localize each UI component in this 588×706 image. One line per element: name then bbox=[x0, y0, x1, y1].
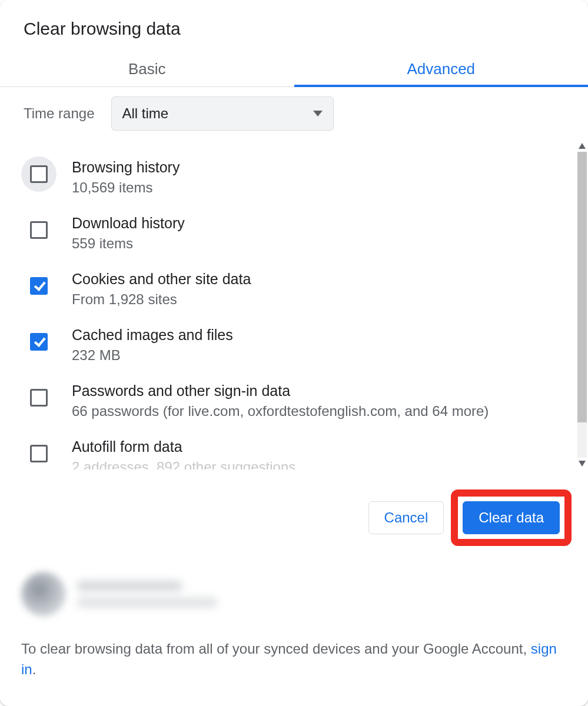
sync-hint: To clear browsing data from all of your … bbox=[0, 621, 588, 692]
checkbox-cached-images[interactable] bbox=[30, 333, 48, 351]
item-title: Autofill form data bbox=[72, 438, 295, 455]
data-types-list: Browsing history 10,569 items Download h… bbox=[0, 140, 588, 469]
scroll-down-icon[interactable] bbox=[576, 458, 588, 469]
tab-bar: Basic Advanced bbox=[0, 49, 588, 87]
svg-marker-1 bbox=[579, 461, 586, 467]
item-download-history[interactable]: Download history 559 items bbox=[18, 204, 570, 260]
item-sub: 2 addresses, 892 other suggestions bbox=[72, 459, 295, 469]
time-range-select[interactable]: All time bbox=[111, 96, 334, 131]
clear-data-highlight: Clear data bbox=[451, 489, 572, 546]
item-autofill[interactable]: Autofill form data 2 addresses, 892 othe… bbox=[18, 428, 570, 469]
item-title: Browsing history bbox=[72, 159, 180, 176]
item-sub: From 1,928 sites bbox=[72, 291, 251, 308]
checkbox-download-history[interactable] bbox=[30, 221, 48, 239]
checkbox-passwords[interactable] bbox=[30, 389, 48, 407]
chevron-down-icon bbox=[313, 111, 323, 116]
scrollbar-track[interactable] bbox=[577, 152, 587, 458]
time-range-row: Time range All time bbox=[0, 87, 588, 140]
tab-basic[interactable]: Basic bbox=[0, 49, 294, 86]
cancel-button[interactable]: Cancel bbox=[368, 501, 444, 534]
tab-advanced[interactable]: Advanced bbox=[294, 49, 589, 86]
checkbox-browsing-history[interactable] bbox=[30, 165, 48, 183]
checkbox-autofill[interactable] bbox=[30, 445, 48, 462]
svg-marker-0 bbox=[579, 143, 586, 149]
dialog-footer: Cancel Clear data bbox=[0, 469, 588, 559]
avatar bbox=[21, 572, 66, 617]
item-cookies[interactable]: Cookies and other site data From 1,928 s… bbox=[18, 260, 570, 316]
checkbox-browsing-history-holder bbox=[21, 156, 57, 192]
item-sub: 66 passwords (for live.com, oxfordtestof… bbox=[72, 403, 489, 419]
account-row bbox=[0, 559, 588, 621]
account-info-redacted bbox=[77, 581, 218, 608]
item-cached-images[interactable]: Cached images and files 232 MB bbox=[18, 316, 570, 372]
item-passwords[interactable]: Passwords and other sign-in data 66 pass… bbox=[18, 372, 570, 428]
time-range-value: All time bbox=[122, 105, 169, 122]
item-sub: 232 MB bbox=[72, 347, 233, 364]
time-range-label: Time range bbox=[24, 105, 95, 122]
item-sub: 10,569 items bbox=[72, 179, 180, 196]
item-title: Passwords and other sign-in data bbox=[72, 382, 489, 399]
item-browsing-history[interactable]: Browsing history 10,569 items bbox=[18, 148, 570, 204]
dialog-title: Clear browsing data bbox=[0, 0, 588, 49]
checkbox-cookies[interactable] bbox=[30, 277, 48, 295]
scrollbar[interactable] bbox=[576, 140, 588, 469]
item-title: Cached images and files bbox=[72, 327, 233, 344]
scrollbar-thumb[interactable] bbox=[577, 152, 587, 422]
clear-browsing-data-dialog: Clear browsing data Basic Advanced Time … bbox=[0, 0, 588, 706]
sync-hint-after: . bbox=[32, 661, 36, 677]
clear-data-button[interactable]: Clear data bbox=[463, 501, 560, 534]
sync-hint-text: To clear browsing data from all of your … bbox=[21, 641, 531, 657]
item-title: Download history bbox=[72, 215, 185, 232]
item-title: Cookies and other site data bbox=[72, 271, 251, 288]
scroll-up-icon[interactable] bbox=[576, 140, 588, 152]
item-sub: 559 items bbox=[72, 235, 185, 252]
